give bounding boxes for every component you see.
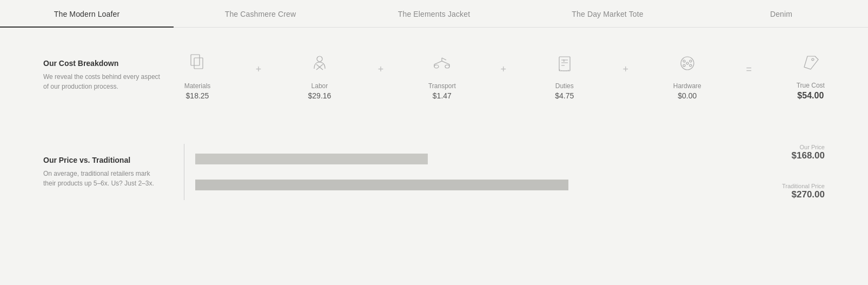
cost-breakdown-title: Our Cost Breakdown — [43, 59, 162, 68]
cost-breakdown-desc: We reveal the costs behind every aspect … — [43, 72, 162, 91]
traditional-price-bar — [195, 180, 568, 190]
true-cost-label: True Cost — [797, 82, 825, 89]
cost-item-labor: Labor $29.16 — [306, 50, 333, 100]
labor-icon — [306, 50, 333, 77]
bars-column — [184, 144, 749, 200]
svg-point-7 — [445, 65, 449, 68]
traditional-price-label: Traditional Price — [782, 183, 825, 189]
cost-item-true-cost: True Cost $54.00 — [797, 49, 825, 101]
duties-value: $4.75 — [555, 91, 574, 100]
svg-point-12 — [690, 60, 692, 62]
tab-cashmere-crew[interactable]: The Cashmere Crew — [174, 0, 347, 27]
traditional-price-entry: Traditional Price $270.00 — [782, 183, 825, 200]
materials-value: $18.25 — [186, 91, 209, 100]
svg-point-6 — [434, 65, 439, 68]
plus-4: + — [622, 64, 628, 86]
svg-point-2 — [317, 56, 322, 62]
plus-2: + — [378, 64, 384, 86]
our-price-value: $168.00 — [792, 150, 825, 161]
our-price-bar — [195, 154, 428, 164]
product-tabs: The Modern Loafer The Cashmere Crew The … — [0, 0, 868, 28]
svg-point-11 — [683, 60, 685, 62]
cost-breakdown-label: Our Cost Breakdown We reveal the costs b… — [43, 59, 162, 91]
equals: = — [746, 64, 752, 86]
transport-label: Transport — [428, 82, 456, 90]
materials-icon — [184, 50, 211, 77]
true-cost-value: $54.00 — [797, 91, 824, 101]
svg-point-15 — [686, 62, 688, 64]
hardware-label: Hardware — [673, 82, 701, 90]
our-price-label: Our Price — [792, 144, 825, 150]
price-values-column: Our Price $168.00 Traditional Price $270… — [749, 144, 825, 200]
svg-text:$: $ — [563, 59, 565, 62]
price-comparison-label: Our Price vs. Traditional On average, tr… — [43, 156, 162, 188]
price-comparison-title: Our Price vs. Traditional — [43, 156, 162, 164]
svg-rect-1 — [194, 58, 203, 69]
tab-denim[interactable]: Denim — [694, 0, 868, 27]
price-bars-container: Our Price $168.00 Traditional Price $270… — [184, 144, 825, 200]
tab-elements-jacket[interactable]: The Elements Jacket — [347, 0, 521, 27]
price-comparison-section: Our Price vs. Traditional On average, tr… — [0, 122, 868, 222]
labor-label: Labor — [312, 82, 328, 90]
svg-rect-0 — [191, 55, 200, 65]
traditional-price-bar-row — [184, 172, 749, 198]
svg-point-10 — [681, 57, 694, 70]
transport-icon — [428, 50, 455, 77]
materials-label: Materials — [184, 82, 211, 90]
plus-3: + — [501, 64, 507, 86]
duties-label: Duties — [555, 82, 574, 90]
cost-item-materials: Materials $18.25 — [184, 50, 211, 100]
price-comparison-desc: On average, traditional retailers mark t… — [43, 169, 162, 188]
svg-point-16 — [812, 58, 814, 61]
our-price-entry: Our Price $168.00 — [792, 144, 825, 161]
hardware-icon — [674, 50, 701, 77]
svg-point-13 — [683, 64, 685, 67]
plus-1: + — [256, 64, 262, 86]
svg-point-14 — [690, 64, 692, 67]
true-cost-icon — [797, 49, 824, 76]
traditional-price-value: $270.00 — [782, 189, 825, 200]
duties-icon: $ — [551, 50, 578, 77]
tab-day-market-tote[interactable]: The Day Market Tote — [521, 0, 694, 27]
cost-items-container: Materials $18.25 + Labor $29.16 + — [184, 49, 825, 101]
cost-breakdown-section: Our Cost Breakdown We reveal the costs b… — [0, 28, 868, 122]
transport-value: $1.47 — [433, 91, 452, 100]
our-price-bar-row — [184, 146, 749, 172]
svg-line-5 — [442, 58, 446, 60]
labor-value: $29.16 — [308, 91, 332, 100]
cost-item-transport: Transport $1.47 — [428, 50, 456, 100]
tab-modern-loafer[interactable]: The Modern Loafer — [0, 0, 174, 27]
cost-item-duties: $ Duties $4.75 — [551, 50, 578, 100]
cost-item-hardware: Hardware $0.00 — [673, 50, 701, 100]
hardware-value: $0.00 — [678, 91, 697, 100]
